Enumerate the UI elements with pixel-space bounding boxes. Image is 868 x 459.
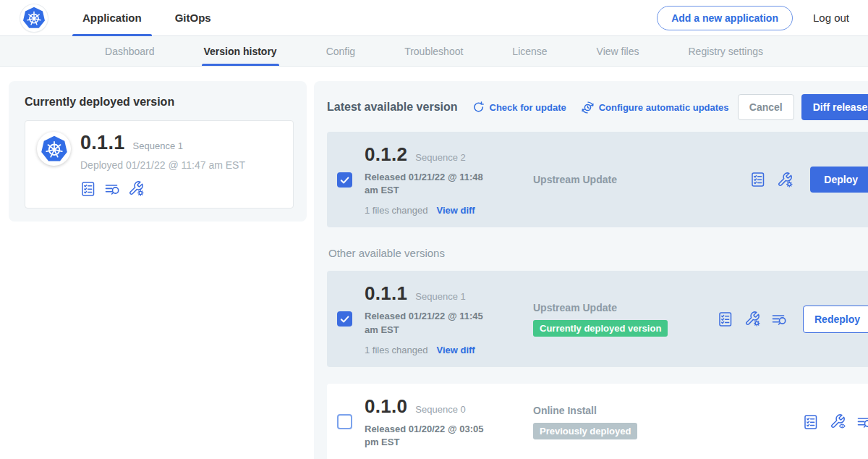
version-row-0.1.0: 0.1.0 Sequence 0 Released 01/20/22 @ 03:… — [327, 384, 868, 459]
subnav-tab-version-history[interactable]: Version history — [202, 36, 279, 66]
config-gear-icon[interactable] — [777, 172, 793, 188]
version-info: 0.1.1 Sequence 1 Released 01/21/22 @ 11:… — [365, 282, 513, 355]
files-changed-label: 1 files changed — [365, 205, 427, 216]
released-timestamp: Released 01/20/22 @ 03:05 pm EST — [365, 423, 499, 449]
version-checkbox[interactable] — [337, 311, 352, 327]
files-changed-label: 1 files changed — [365, 345, 427, 355]
refresh-icon — [472, 101, 485, 114]
view-diff-link[interactable]: View diff — [436, 205, 475, 216]
configure-automatic-updates-link[interactable]: Configure automatic updates — [581, 101, 729, 114]
tab-application[interactable]: Application — [71, 0, 153, 36]
subnav-tab-dashboard[interactable]: Dashboard — [103, 36, 157, 66]
subnav-registry-settings-label: Registry settings — [689, 46, 763, 57]
schedule-update-icon — [581, 101, 595, 114]
previously-deployed-badge: Previously deployed — [533, 423, 637, 439]
preflight-checks-icon[interactable] — [750, 172, 766, 188]
other-versions-title: Other available versions — [328, 247, 868, 259]
released-timestamp: Released 01/21/22 @ 11:45 am EST — [365, 310, 499, 336]
latest-version-title: Latest available version — [327, 101, 458, 114]
subnav-tab-config[interactable]: Config — [324, 36, 357, 66]
app-icon-badge — [37, 132, 71, 166]
view-diff-link[interactable]: View diff — [436, 345, 475, 355]
preflight-checks-icon[interactable] — [718, 311, 733, 327]
currently-deployed-panel: Currently deployed version 0.1.1 Sequenc… — [9, 81, 307, 222]
version-row-0.1.1: 0.1.1 Sequence 1 Released 01/21/22 @ 11:… — [327, 271, 868, 366]
app-subnav: Dashboard Version history Config Trouble… — [0, 36, 868, 67]
subnav-tab-troubleshoot[interactable]: Troubleshoot — [402, 36, 465, 66]
version-source: Upstream Update — [533, 174, 718, 185]
deployed-timestamp: Deployed 01/21/22 @ 11:47 am EST — [80, 159, 245, 171]
source-label: Online Install — [533, 405, 718, 416]
deployed-version-info: 0.1.1 Sequence 1 Deployed 01/21/22 @ 11:… — [80, 132, 245, 197]
latest-version-header: Latest available version Check for updat… — [327, 94, 868, 120]
check-icon — [339, 313, 351, 325]
row-actions: Deploy — [750, 167, 868, 193]
subnav-tab-view-files[interactable]: View files — [595, 36, 642, 66]
deployed-version-number: 0.1.1 — [80, 132, 125, 154]
version-checkbox[interactable] — [337, 414, 352, 429]
kubernetes-icon — [22, 7, 46, 30]
kubernetes-icon — [41, 135, 68, 163]
sequence-label: Sequence 2 — [415, 152, 465, 163]
subnav-config-label: Config — [326, 46, 355, 57]
subnav-version-history-label: Version history — [204, 46, 277, 57]
sequence-label: Sequence 0 — [415, 404, 465, 415]
row-actions: Redeploy — [718, 306, 868, 333]
main-content: Currently deployed version 0.1.1 Sequenc… — [0, 67, 868, 459]
row-actions — [803, 413, 868, 430]
version-history-panel: Latest available version Check for updat… — [314, 81, 868, 459]
deploy-logs-icon[interactable] — [857, 415, 868, 429]
cancel-button[interactable]: Cancel — [738, 94, 794, 120]
subnav-tab-license[interactable]: License — [510, 36, 549, 66]
version-number: 0.1.0 — [365, 395, 407, 418]
version-info: 0.1.0 Sequence 0 Released 01/20/22 @ 03:… — [365, 395, 513, 449]
source-label: Upstream Update — [533, 174, 718, 185]
preflight-checks-icon[interactable] — [80, 181, 96, 197]
version-info: 0.1.2 Sequence 2 Released 01/21/22 @ 11:… — [365, 143, 513, 216]
deploy-logs-icon[interactable] — [772, 312, 786, 327]
redeploy-button[interactable]: Redeploy — [803, 306, 868, 333]
preflight-checks-icon[interactable] — [803, 414, 819, 430]
sequence-label: Sequence 1 — [415, 291, 465, 302]
tab-application-label: Application — [82, 12, 142, 24]
config-gear-icon[interactable] — [128, 180, 145, 197]
subnav-license-label: License — [512, 46, 547, 57]
add-new-application-button[interactable]: Add a new application — [657, 6, 793, 30]
config-view-icon[interactable] — [830, 413, 846, 430]
app-logo — [20, 4, 48, 32]
subnav-tab-registry-settings[interactable]: Registry settings — [686, 36, 765, 66]
version-row-0.1.2: 0.1.2 Sequence 2 Released 01/21/22 @ 11:… — [327, 132, 868, 227]
source-label: Upstream Update — [533, 302, 718, 313]
currently-deployed-badge: Currently deployed version — [533, 320, 668, 337]
deployed-sequence-label: Sequence 1 — [133, 140, 183, 151]
config-gear-icon[interactable] — [744, 311, 761, 327]
tab-gitops[interactable]: GitOps — [163, 0, 223, 36]
deploy-logs-icon[interactable] — [105, 182, 119, 196]
check-for-update-label: Check for update — [490, 102, 566, 113]
tab-gitops-label: GitOps — [175, 12, 211, 24]
logout-button[interactable]: Log out — [813, 12, 849, 24]
deploy-button[interactable]: Deploy — [810, 167, 868, 193]
configure-updates-label: Configure automatic updates — [599, 102, 729, 113]
released-timestamp: Released 01/21/22 @ 11:48 am EST — [365, 171, 499, 197]
subnav-view-files-label: View files — [597, 46, 639, 57]
version-checkbox[interactable] — [337, 172, 352, 188]
version-number: 0.1.1 — [365, 282, 407, 305]
version-source: Upstream Update Currently deployed versi… — [533, 302, 718, 337]
deployed-version-card: 0.1.1 Sequence 1 Deployed 01/21/22 @ 11:… — [25, 120, 294, 209]
check-for-update-link[interactable]: Check for update — [472, 101, 566, 114]
version-number: 0.1.2 — [365, 143, 407, 166]
subnav-dashboard-label: Dashboard — [105, 46, 155, 57]
version-source: Online Install Previously deployed — [533, 405, 718, 439]
subnav-troubleshoot-label: Troubleshoot — [404, 46, 463, 57]
diff-releases-button[interactable]: Diff releases — [801, 94, 868, 120]
currently-deployed-title: Currently deployed version — [25, 96, 294, 109]
top-nav: Application GitOps Add a new application… — [0, 0, 868, 36]
check-icon — [339, 174, 351, 186]
